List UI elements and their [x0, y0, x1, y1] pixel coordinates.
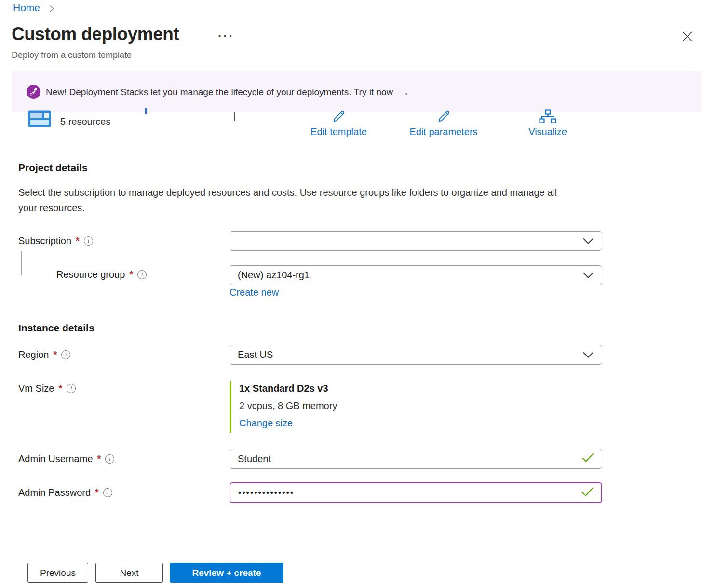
crop-artifact	[234, 112, 235, 121]
edit-template-label: Edit template	[301, 126, 376, 137]
next-button[interactable]: Next	[95, 563, 163, 583]
arrow-right-icon[interactable]: →	[399, 86, 409, 98]
region-label: Region	[18, 349, 49, 360]
page-title: Custom deployment	[12, 24, 179, 44]
required-asterisk: *	[95, 487, 99, 498]
resource-group-label: Resource group	[56, 269, 125, 280]
edit-parameters-button[interactable]: Edit parameters	[400, 109, 487, 137]
review-create-button[interactable]: Review + create	[170, 563, 284, 583]
vm-size-summary: 1x Standard D2s v3 2 vcpus, 8 GB memory …	[230, 381, 519, 433]
hierarchy-connector-vertical	[21, 251, 22, 275]
vm-size-selected: 1x Standard D2s v3	[239, 383, 328, 394]
change-size-link[interactable]: Change size	[239, 418, 293, 429]
admin-password-field-wrap	[230, 482, 602, 503]
visualize-label: Visualize	[521, 126, 575, 137]
required-asterisk: *	[76, 235, 80, 246]
info-icon[interactable]: i	[105, 454, 114, 464]
admin-username-field-wrap	[230, 449, 602, 469]
deployment-stacks-banner: New! Deployment Stacks let you manage th…	[12, 71, 701, 112]
crop-artifact	[145, 108, 147, 114]
close-icon	[682, 31, 693, 44]
vm-size-specs: 2 vcpus, 8 GB memory	[239, 400, 337, 411]
region-label-row: Region * i	[18, 349, 70, 360]
breadcrumb-chevron-icon	[49, 4, 55, 15]
admin-password-label: Admin Password	[18, 487, 91, 498]
admin-username-label-row: Admin Username * i	[18, 453, 114, 465]
info-icon[interactable]: i	[67, 384, 76, 393]
chevron-down-icon	[582, 349, 594, 360]
required-asterisk: *	[97, 453, 101, 465]
breadcrumb-home-link[interactable]: Home	[13, 2, 40, 14]
chevron-down-icon	[582, 235, 594, 246]
required-asterisk: *	[129, 269, 133, 280]
admin-password-label-row: Admin Password * i	[18, 487, 112, 498]
template-icon	[28, 110, 51, 129]
subscription-dropdown[interactable]	[230, 231, 602, 251]
hierarchy-connector-horizontal	[22, 275, 50, 275]
org-chart-icon	[539, 117, 556, 125]
edit-template-button[interactable]: Edit template	[301, 109, 376, 137]
banner-message: New! Deployment Stacks let you manage th…	[46, 87, 351, 97]
subscription-label: Subscription	[18, 235, 71, 246]
resource-group-value: (New) az104-rg1	[238, 270, 310, 281]
region-dropdown[interactable]: East US	[230, 345, 602, 365]
banner-try-it-now-link[interactable]: Try it now	[354, 87, 393, 97]
footer-divider	[0, 545, 702, 545]
custom-deployment-page: Home Custom deployment ··· Deploy from a…	[0, 0, 702, 588]
instance-details-heading: Instance details	[18, 322, 94, 334]
page-subtitle: Deploy from a custom template	[12, 50, 132, 60]
admin-password-input[interactable]	[238, 488, 578, 498]
visualize-button[interactable]: Visualize	[521, 109, 575, 137]
required-asterisk: *	[58, 383, 62, 394]
subscription-label-row: Subscription * i	[18, 235, 93, 246]
info-icon[interactable]: i	[61, 350, 70, 359]
pencil-icon	[332, 117, 346, 125]
pencil-icon	[437, 117, 451, 125]
project-details-description: Select the subscription to manage deploy…	[18, 185, 575, 216]
vm-size-label-row: Vm Size * i	[18, 383, 76, 394]
valid-check-icon	[581, 487, 594, 499]
project-details-heading: Project details	[18, 162, 88, 174]
vm-size-label: Vm Size	[18, 383, 54, 394]
info-icon[interactable]: i	[137, 270, 147, 279]
admin-username-input[interactable]	[238, 453, 579, 465]
admin-username-label: Admin Username	[18, 453, 93, 465]
resource-count: 5 resources	[60, 116, 111, 127]
info-icon[interactable]: i	[84, 236, 93, 246]
region-value: East US	[238, 349, 273, 360]
chevron-down-icon	[582, 270, 594, 281]
info-icon[interactable]: i	[103, 488, 112, 497]
create-new-link[interactable]: Create new	[230, 287, 279, 298]
rocket-icon	[27, 85, 40, 99]
edit-parameters-label: Edit parameters	[400, 126, 487, 137]
more-options-button[interactable]: ···	[218, 29, 234, 43]
close-button[interactable]	[680, 30, 694, 44]
required-asterisk: *	[53, 349, 57, 360]
resource-group-dropdown[interactable]: (New) az104-rg1	[230, 265, 602, 285]
valid-check-icon	[581, 452, 594, 465]
resource-group-label-row: Resource group * i	[56, 269, 147, 280]
previous-button[interactable]: Previous	[27, 563, 88, 583]
